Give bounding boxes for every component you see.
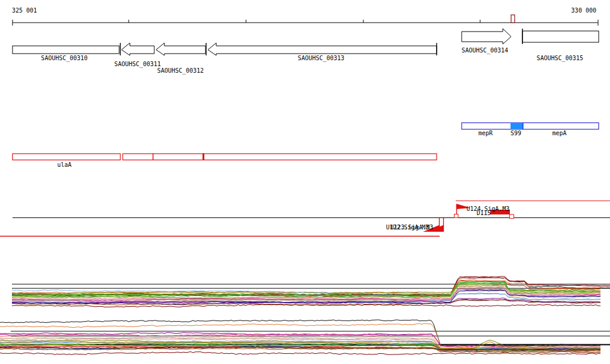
ruler-end-label: 330 000 <box>571 7 596 14</box>
operon-box[interactable] <box>462 123 599 129</box>
gene-arrow-saouhsc_00313[interactable] <box>208 43 437 55</box>
ruler-start-label: 325 001 <box>12 7 37 14</box>
gene-arrow-saouhsc_00315[interactable] <box>522 31 599 42</box>
transcript-box[interactable] <box>153 154 203 160</box>
s99-segment[interactable] <box>511 123 523 129</box>
transcript-box[interactable] <box>203 154 437 160</box>
ruler-selection-marker[interactable] <box>511 15 515 23</box>
expression-trace <box>12 304 600 307</box>
operon-label-mepr: mepR <box>478 130 493 137</box>
transcript-box[interactable] <box>13 154 120 160</box>
gene-arrow-saouhsc_00310[interactable] <box>13 46 119 54</box>
gene-label-saouhsc-00315: SAOUHSC_00315 <box>537 55 583 62</box>
genome-browser-view: 325 001 330 000 SAOUHSC_00310 SAOUHSC_00… <box>0 0 610 364</box>
gene-arrow-saouhsc_00312[interactable] <box>156 43 206 55</box>
d115-end-square <box>510 214 514 219</box>
operon-label-mepa: mepA <box>552 130 567 137</box>
tss-base-square <box>455 214 459 218</box>
transcript-box[interactable] <box>123 154 153 160</box>
gene-label-saouhsc-00313: SAOUHSC_00313 <box>298 55 344 62</box>
transcript-label-ulaa: ulaA <box>57 161 71 169</box>
gene-label-saouhsc-00314: SAOUHSC_00314 <box>462 47 508 54</box>
gene-label-saouhsc-00311: SAOUHSC_00311 <box>114 61 161 68</box>
gene-label-saouhsc-00312: SAOUHSC_00312 <box>157 67 204 74</box>
tss-label-u123: U123.SigA.M3 <box>390 224 433 231</box>
feature-label-d115: D115 <box>477 210 491 217</box>
transcript-thick-divider <box>203 154 204 161</box>
operon-label-s99: S99 <box>511 130 521 137</box>
gene-label-saouhsc-00310: SAOUHSC_00310 <box>41 55 88 62</box>
gene-arrow-saouhsc_00314[interactable] <box>462 29 511 44</box>
expression-trace <box>12 283 600 295</box>
gene-arrow-saouhsc_00311[interactable] <box>122 43 154 55</box>
